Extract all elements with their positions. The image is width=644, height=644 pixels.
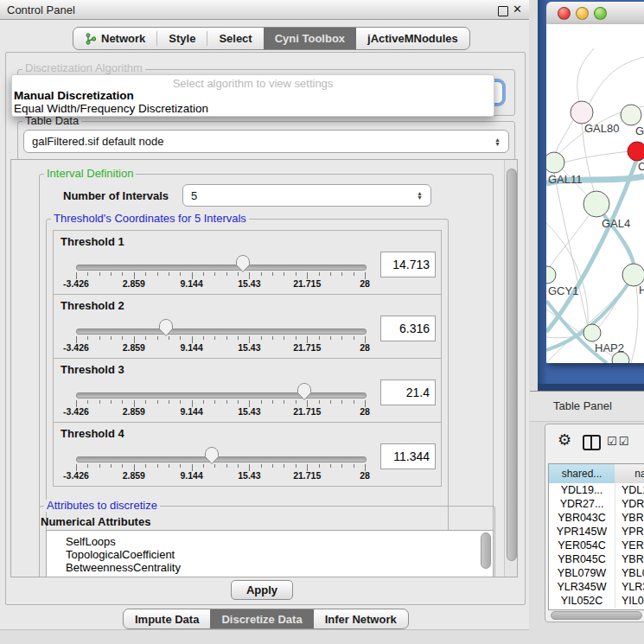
threshold-label: Threshold 4 [61, 427, 124, 440]
stepper-arrows-icon[interactable]: ▲▼ [494, 137, 501, 146]
table-cell[interactable]: YDL1 [615, 483, 644, 497]
column-browser-icon[interactable] [583, 435, 601, 450]
table-cell[interactable]: YBR0 [615, 552, 644, 566]
network-edge[interactable] [590, 57, 644, 104]
minor-tick [203, 272, 204, 276]
table-cell[interactable]: YER0 [615, 539, 644, 552]
threshold-slider-track[interactable] [76, 265, 367, 271]
minor-tick [261, 336, 262, 340]
table-cell[interactable]: YBL0 [615, 566, 644, 580]
table-row[interactable]: YBR045CYBR0 [549, 552, 644, 566]
network-node-gal11[interactable] [546, 152, 564, 173]
tab-jactivemnodules[interactable]: jActiveMNodules [356, 28, 469, 49]
threshold-value-field[interactable]: 6.316 [380, 316, 436, 341]
network-node-gcy1[interactable] [546, 266, 556, 284]
tab-select[interactable]: Select [207, 28, 263, 49]
table-row[interactable]: YBR043CYBR0 [549, 511, 644, 525]
table-cell[interactable]: YDR27... [549, 497, 615, 511]
threshold-slider-track[interactable] [76, 392, 367, 399]
algorithm-option[interactable]: Manual Discretization [14, 89, 134, 102]
minor-tick [226, 400, 227, 404]
column-header-name[interactable]: na [615, 464, 644, 484]
minor-tick [145, 272, 146, 276]
network-edge[interactable] [631, 286, 638, 363]
scrollpane-scrollbar-thumb[interactable] [507, 169, 517, 561]
threshold-slider-thumb[interactable] [297, 383, 311, 400]
float-window-icon[interactable] [498, 6, 508, 16]
threshold-value-field[interactable]: 21.4 [380, 379, 436, 405]
gear-icon[interactable]: ⚙ [558, 430, 571, 450]
network-node-gal4[interactable] [583, 191, 609, 217]
threshold-slider-thumb[interactable] [159, 319, 173, 336]
network-node-c[interactable] [628, 142, 644, 161]
threshold-slider-track[interactable] [76, 456, 367, 462]
tab-infer-network[interactable]: Infer Network [314, 609, 408, 628]
table-cell[interactable]: YBR0 [615, 511, 644, 525]
table-cell[interactable]: YIL052C [549, 594, 615, 608]
tab-cyni-toolbox[interactable]: Cyni Toolbox [264, 28, 356, 49]
table-cell[interactable]: YPR145W [549, 525, 615, 539]
zoom-light[interactable] [594, 7, 607, 20]
network-node-hap2[interactable] [583, 324, 601, 341]
table-cell[interactable]: YER054C [549, 539, 615, 552]
attribute-list-item[interactable]: TopologicalCoefficient [47, 548, 493, 561]
table-panel-header: Table Panel [530, 391, 644, 422]
table-hscrollbar-thumb[interactable] [551, 611, 642, 620]
table-row[interactable]: YDL19...YDL1 [549, 483, 644, 497]
table-row[interactable]: YDR27...YDR2 [549, 497, 644, 511]
table-cell[interactable]: YIL0 [615, 594, 644, 608]
stepper-arrows-icon[interactable]: ▲▼ [417, 191, 423, 200]
threshold-label: Threshold 1 [61, 235, 124, 248]
network-edge[interactable] [550, 214, 590, 267]
network-canvas[interactable]: GAL80GACGAL11GAL4GCY1HHAP2 [546, 24, 644, 363]
apply-button[interactable]: Apply [231, 580, 293, 600]
threshold-slider-track[interactable] [76, 328, 367, 335]
network-edge[interactable] [554, 173, 588, 327]
scrollpane-scrollbar-track[interactable] [504, 160, 517, 577]
threshold-value-field[interactable]: 14.713 [380, 252, 436, 277]
network-node-label: GA [635, 124, 644, 137]
threshold-value-field[interactable]: 11.344 [380, 443, 436, 469]
network-edge[interactable] [556, 120, 573, 152]
network-edge[interactable] [577, 48, 594, 101]
column-header-shared-name[interactable]: shared... [549, 464, 615, 484]
table-cell[interactable]: YBL079W [549, 566, 615, 580]
threshold-slider-thumb[interactable] [236, 255, 250, 272]
table-row[interactable]: YIL052CYIL0 [549, 594, 644, 608]
network-window-titlebar[interactable] [546, 2, 644, 25]
network-node-ga[interactable] [621, 105, 641, 125]
close-light[interactable] [558, 7, 571, 20]
table-cell[interactable]: YDR2 [615, 497, 644, 511]
tab-style[interactable]: Style [157, 28, 207, 49]
attribute-list-item[interactable]: BetweennessCentrality [47, 561, 493, 574]
table-data-combobox[interactable]: galFiltered.sif default node ▲▼ [23, 130, 509, 153]
minor-tick [87, 336, 88, 340]
select-columns-checkboxes-icon[interactable]: ☑☑ [607, 435, 630, 448]
algorithm-option[interactable]: Equal Width/Frequency Discretization [14, 102, 208, 115]
threshold-slider-thumb[interactable] [205, 447, 219, 464]
table-cell[interactable]: YBR043C [549, 511, 615, 525]
network-edge[interactable] [564, 151, 628, 163]
network-edge-thick[interactable] [546, 161, 636, 332]
attributes-list-scrollbar-thumb[interactable] [481, 532, 491, 569]
minor-tick [272, 272, 273, 276]
attribute-list-item[interactable]: SelfLoops [47, 535, 493, 548]
tab-network[interactable]: Network [73, 28, 156, 49]
table-cell[interactable]: YLR3 [615, 580, 644, 594]
table-cell[interactable]: YDL19... [549, 483, 615, 497]
algorithm-popup-hint: Select algorithm to view settings [12, 77, 494, 90]
num-intervals-combobox[interactable]: 5 ▲▼ [182, 184, 431, 207]
table-cell[interactable]: YBR045C [549, 552, 615, 566]
network-node-gal80[interactable] [571, 101, 593, 124]
tab-discretize-data[interactable]: Discretize Data [210, 609, 313, 628]
table-row[interactable]: YBL079WYBL0 [549, 566, 644, 580]
tab-impute-data[interactable]: Impute Data [124, 609, 210, 628]
table-cell[interactable]: YPR1 [615, 525, 644, 539]
table-row[interactable]: YER054CYER0 [549, 539, 644, 552]
table-cell[interactable]: YLR345W [549, 580, 615, 594]
table-row[interactable]: YPR145WYPR1 [549, 525, 644, 539]
minor-tick [214, 336, 215, 340]
minimize-light[interactable] [576, 7, 589, 20]
table-row[interactable]: YLR345WYLR3 [549, 580, 644, 594]
close-icon[interactable]: ✕ [513, 3, 522, 16]
